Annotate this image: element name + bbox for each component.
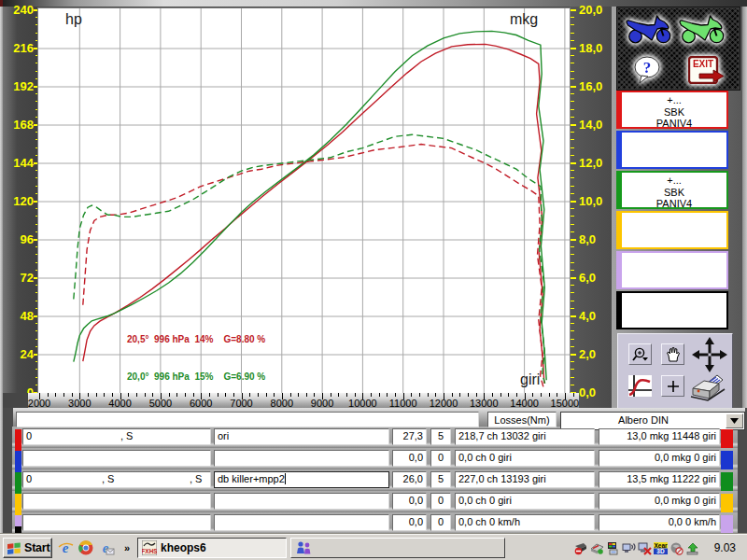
torque-field[interactable]: 0,0 mkg 0 giri — [599, 493, 720, 510]
tray-icon-5[interactable] — [638, 541, 652, 555]
slot1-line2: SBK — [622, 106, 726, 119]
left-axis-label: 240 — [3, 4, 34, 16]
runs-field[interactable]: 0 — [430, 493, 451, 510]
task-button-2[interactable] — [290, 538, 505, 558]
runs-field[interactable]: 5 — [430, 471, 451, 488]
power-field[interactable]: 0,0 ch 0 giri — [455, 450, 595, 467]
left-axis-unit-label: hp — [65, 12, 82, 27]
left-axis-label: 120 — [3, 195, 34, 207]
run-id-field[interactable]: 0, S, S — [22, 471, 211, 488]
right-axis-label: 2,0 — [579, 348, 596, 360]
task-button-kheops6[interactable]: FXHS kheops6 — [137, 538, 287, 558]
ruler-tick — [314, 393, 315, 397]
curve-slot-6[interactable] — [616, 291, 728, 329]
run-name-field[interactable] — [214, 450, 389, 467]
torque-field[interactable]: 13,5 mkg 11222 giri — [599, 471, 720, 488]
add-button[interactable] — [661, 375, 684, 397]
torque-field[interactable]: 0,0 0 km/h — [599, 514, 720, 531]
tray-icon-7[interactable] — [669, 541, 684, 555]
right-axis-minor-tick — [571, 78, 574, 79]
run-name-field[interactable]: ori — [214, 428, 389, 445]
run-name-field[interactable] — [214, 514, 389, 531]
left-axis-label: 144 — [3, 157, 34, 169]
chart-plot-area[interactable]: hp mkg giri 20,5° 996 hPa 14% G=8.80 % 2… — [38, 8, 570, 393]
right-axis-minor-tick — [571, 323, 574, 324]
right-axis-minor-tick — [571, 155, 574, 156]
tray-icon-2[interactable] — [590, 541, 604, 555]
smooth-field[interactable]: 0,0 — [392, 450, 427, 467]
ruler-tick — [88, 393, 89, 397]
chart-canvas — [38, 8, 570, 393]
right-axis-minor-tick — [571, 17, 574, 18]
tray-icon-8[interactable] — [685, 541, 699, 555]
row-marker-left — [15, 494, 21, 515]
ruler-tick — [549, 393, 550, 397]
series-power-red — [83, 44, 544, 383]
ruler-tick — [532, 393, 533, 397]
tray-icon-3[interactable] — [606, 541, 620, 555]
run-name-field[interactable]: db killer+mpp2 — [214, 471, 389, 488]
right-axis-minor-tick — [571, 361, 574, 362]
right-axis-label: 20,0 — [579, 4, 602, 16]
exit-button[interactable]: EXIT — [688, 56, 726, 84]
curve-slot-4[interactable] — [616, 211, 728, 249]
ruler-tick — [492, 393, 493, 397]
ruler-tick — [48, 393, 49, 397]
run-id-field[interactable] — [22, 450, 211, 467]
ruler-tick — [379, 393, 380, 397]
runs-field[interactable]: 0 — [430, 450, 451, 467]
ruler-tick — [468, 393, 469, 397]
ruler-tick — [258, 393, 259, 397]
curve-slot-2[interactable] — [616, 131, 728, 169]
ruler-tick — [355, 393, 356, 397]
runs-field[interactable]: 5 — [430, 428, 451, 445]
smooth-field[interactable]: 0,0 — [392, 493, 427, 510]
quicklaunch-browser-icon[interactable] — [78, 539, 94, 556]
zoom-button[interactable] — [628, 343, 652, 365]
tray-icon-xear3d[interactable]: Xear 3D — [654, 541, 668, 555]
quicklaunch-overflow-chevron[interactable]: » — [121, 539, 133, 556]
curve-slot-3[interactable]: +...SBKPANIV4 — [616, 171, 728, 209]
quicklaunch-mail-icon[interactable]: e — [98, 539, 115, 556]
curve-slot-5[interactable] — [616, 251, 728, 289]
right-axis-tick — [571, 9, 576, 11]
torque-field[interactable]: 0,0 mkg 0 giri — [599, 450, 720, 467]
right-axis-minor-tick — [571, 346, 574, 347]
run-name-field[interactable] — [214, 493, 389, 510]
run-id-part: 0 — [26, 429, 32, 443]
power-field[interactable]: 0,0 ch 0 km/h — [455, 514, 595, 531]
tray-icon-4[interactable] — [622, 541, 636, 555]
shaft-combo[interactable]: Albero DIN — [560, 412, 745, 430]
losses-box[interactable]: Losses(Nm) — [487, 412, 557, 427]
comment-field[interactable] — [16, 412, 479, 427]
start-button[interactable]: Start — [3, 538, 52, 558]
power-field[interactable]: 227,0 ch 13193 giri — [455, 471, 595, 488]
run-id-field[interactable]: 0, S — [22, 428, 211, 445]
power-field[interactable]: 0,0 ch 0 giri — [455, 493, 595, 510]
smooth-field[interactable]: 27,3 — [392, 428, 427, 445]
smooth-field[interactable]: 0,0 — [392, 514, 427, 531]
smooth-field[interactable]: 26,0 — [392, 471, 427, 488]
move-arrows-icon[interactable] — [691, 336, 728, 373]
pan-button[interactable] — [661, 343, 684, 365]
combo-dropdown-button[interactable] — [726, 413, 743, 428]
curve-tool-button[interactable] — [628, 375, 652, 397]
run-id-field[interactable] — [22, 493, 211, 510]
right-axis-minor-tick — [571, 101, 574, 102]
tray-icon-1[interactable] — [574, 541, 588, 555]
system-tray: Xear 3D 9.03 — [574, 538, 743, 558]
torque-field[interactable]: 13,0 mkg 11448 giri — [599, 428, 720, 445]
help-button[interactable]: ? — [632, 55, 662, 85]
ruler-tick — [573, 393, 574, 397]
runs-field[interactable]: 0 — [430, 514, 451, 531]
right-axis-minor-tick — [571, 170, 574, 171]
run-id-field[interactable] — [22, 514, 211, 531]
right-axis-label: 4,0 — [579, 310, 596, 322]
slot3-line2: SBK — [622, 187, 726, 199]
curve-slot-1[interactable]: +...SBKPANIV4 — [616, 91, 728, 129]
quicklaunch-ie-icon[interactable]: e — [57, 539, 74, 556]
print-button[interactable] — [689, 371, 726, 403]
blue-motorcycle-button[interactable] — [624, 12, 672, 44]
green-motorcycle-button[interactable] — [677, 12, 726, 44]
power-field[interactable]: 218,7 ch 13032 giri — [455, 428, 595, 445]
